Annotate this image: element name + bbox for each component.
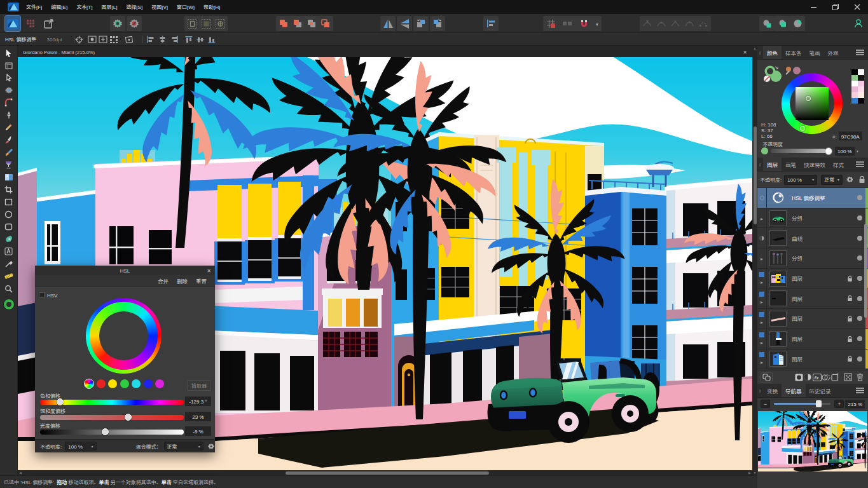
node-tool[interactable] bbox=[1, 72, 17, 85]
transform-origin-button[interactable] bbox=[74, 34, 85, 44]
corner-tool[interactable] bbox=[1, 97, 17, 109]
expand-chevron-icon[interactable]: ▸ bbox=[761, 318, 763, 325]
layer-row-8[interactable]: ▸图层 bbox=[757, 349, 868, 370]
hsl-dialog-close-icon[interactable]: ✕ bbox=[207, 266, 211, 275]
fill-stroke-swatch[interactable] bbox=[1, 298, 17, 311]
scroll-left-arrow-icon[interactable]: ◀ bbox=[18, 470, 23, 475]
layer-lock-icon[interactable] bbox=[847, 315, 855, 322]
layer-row-7[interactable]: ▸图层 bbox=[757, 329, 868, 349]
hue-slider-thumb[interactable] bbox=[57, 398, 64, 405]
layer-row-4[interactable]: ▸图层 bbox=[757, 269, 868, 289]
layer-gutter[interactable] bbox=[757, 188, 767, 208]
channel-swatch-magenta[interactable] bbox=[155, 379, 164, 388]
transparency-tool[interactable] bbox=[1, 171, 17, 184]
swatch-cell-2[interactable] bbox=[851, 75, 858, 81]
opacity-value-field[interactable]: 100 % bbox=[835, 147, 855, 156]
designer-persona-button[interactable] bbox=[5, 16, 20, 31]
flip-vertical-button[interactable] bbox=[397, 16, 412, 31]
node-break-button-disabled[interactable] bbox=[682, 16, 697, 31]
zoom-slider-thumb[interactable] bbox=[816, 400, 822, 407]
vertical-scroll-track[interactable] bbox=[752, 51, 757, 470]
horizontal-scroll-track[interactable] bbox=[23, 470, 747, 475]
style-sync-off-button[interactable] bbox=[127, 16, 142, 31]
swatch-cell-1[interactable] bbox=[858, 69, 864, 75]
boolean-divide-button[interactable] bbox=[318, 16, 333, 31]
hide-selection-button[interactable] bbox=[97, 34, 108, 44]
layer-menu[interactable]: 图层[L] bbox=[97, 0, 121, 14]
canvas-horizontal-scrollbar[interactable]: ◀ ▶ bbox=[18, 470, 752, 475]
layer-visibility-dot[interactable] bbox=[857, 316, 862, 321]
expand-chevron-icon[interactable]: ▸ bbox=[761, 298, 763, 305]
saturation-shift-slider[interactable] bbox=[40, 415, 184, 420]
new-pixel-layer-button[interactable] bbox=[843, 372, 852, 383]
lock-icon[interactable] bbox=[858, 175, 865, 184]
zoom-slider[interactable] bbox=[774, 400, 830, 408]
maximize-button[interactable] bbox=[825, 0, 846, 14]
layer-row-2[interactable]: 曲线 bbox=[757, 228, 868, 248]
text-menu[interactable]: 文本[T] bbox=[72, 0, 97, 14]
node-sharp-button-disabled[interactable] bbox=[668, 16, 683, 31]
snapping-grid-button[interactable] bbox=[543, 16, 558, 31]
reset-button[interactable]: 重置 bbox=[196, 277, 207, 285]
rotate-ccw-button[interactable] bbox=[413, 16, 429, 31]
help-menu[interactable]: 帮助[H] bbox=[199, 0, 224, 14]
hue-selector[interactable] bbox=[800, 126, 805, 131]
layer-gutter[interactable]: ▸ bbox=[757, 269, 767, 288]
artboard-tool[interactable] bbox=[1, 60, 17, 72]
bottom-panel-tab-transform[interactable]: 变换 bbox=[763, 384, 782, 397]
layer-visibility-dot[interactable] bbox=[857, 255, 862, 261]
fill-tool[interactable] bbox=[1, 159, 17, 172]
expand-chevron-icon[interactable]: ▸ bbox=[761, 255, 763, 262]
file-menu[interactable]: 文件[F] bbox=[22, 0, 46, 14]
dialog-blend-dropdown[interactable]: 正常▾ bbox=[164, 442, 203, 451]
blend-mode-dropdown[interactable]: 正常▾ bbox=[821, 175, 843, 185]
align-middle-button[interactable] bbox=[195, 34, 205, 44]
layers-panel-tab-layers[interactable]: 图层 bbox=[763, 158, 782, 171]
layer-gutter[interactable] bbox=[757, 228, 767, 248]
layer-row-1[interactable]: ▸分组 bbox=[757, 208, 868, 229]
swatch-cell-5[interactable] bbox=[858, 81, 864, 86]
scroll-right-arrow-icon[interactable]: ▶ bbox=[747, 470, 752, 475]
align-top-button[interactable] bbox=[183, 34, 194, 44]
snapping-magnet-button[interactable] bbox=[576, 16, 591, 31]
color-panel-tab-swatches[interactable]: 样本条 bbox=[782, 46, 806, 59]
move-tool[interactable] bbox=[1, 47, 17, 60]
arrange-forward-button[interactable] bbox=[775, 16, 790, 31]
mask-layer-button[interactable] bbox=[794, 372, 803, 383]
layer-lock-icon[interactable] bbox=[847, 295, 855, 302]
live-filter-button[interactable] bbox=[822, 372, 830, 383]
swatch-cell-7[interactable] bbox=[858, 86, 864, 92]
insert-ontop-button[interactable] bbox=[212, 16, 228, 31]
navigator-thumbnail[interactable] bbox=[757, 410, 868, 473]
node-smooth-button-disabled[interactable] bbox=[654, 16, 669, 31]
luminosity-shift-slider[interactable] bbox=[40, 430, 184, 435]
channel-swatch-cyan[interactable] bbox=[132, 379, 141, 388]
recent-swatches[interactable] bbox=[851, 69, 864, 104]
merge-button[interactable]: 合并 bbox=[158, 277, 169, 285]
bottom-panel-tab-history[interactable]: 历史记录 bbox=[806, 384, 835, 397]
color-panel-tab-stroke[interactable]: 笔画 bbox=[806, 46, 824, 59]
layers-panel-tab-styles[interactable]: 样式 bbox=[829, 158, 848, 171]
fill-stroke-indicator[interactable] bbox=[762, 64, 784, 83]
sv-selector[interactable] bbox=[806, 96, 811, 101]
enable-transform-button[interactable] bbox=[123, 34, 134, 44]
saturation-slider-thumb[interactable] bbox=[125, 414, 132, 421]
pixel-persona-button[interactable] bbox=[23, 16, 38, 31]
swatch-cell-8[interactable] bbox=[851, 92, 858, 98]
panel-grip-icon[interactable]: || bbox=[757, 384, 763, 397]
navigator-panel-menu-icon[interactable] bbox=[856, 388, 864, 394]
text-tool[interactable] bbox=[1, 245, 17, 258]
channel-swatch-yellow[interactable] bbox=[108, 379, 117, 388]
channel-swatch-blue[interactable] bbox=[144, 379, 153, 388]
layer-gutter[interactable]: ▸ bbox=[757, 329, 767, 349]
expand-chevron-icon[interactable]: ▸ bbox=[761, 339, 763, 346]
zoom-value-field[interactable]: 215 % bbox=[845, 400, 865, 409]
show-handles-button[interactable] bbox=[108, 34, 119, 44]
scroll-down-arrow-icon[interactable]: ▼ bbox=[752, 470, 757, 475]
layer-gutter[interactable]: ▸ bbox=[757, 288, 767, 308]
layer-color-chip[interactable] bbox=[759, 332, 764, 337]
layers-scrollbar-thumb[interactable] bbox=[864, 224, 867, 318]
expand-chevron-icon[interactable]: ▸ bbox=[761, 358, 763, 365]
vertical-scroll-thumb[interactable] bbox=[754, 126, 757, 224]
snapping-dropdown-chevron[interactable]: ▾ bbox=[593, 20, 602, 27]
